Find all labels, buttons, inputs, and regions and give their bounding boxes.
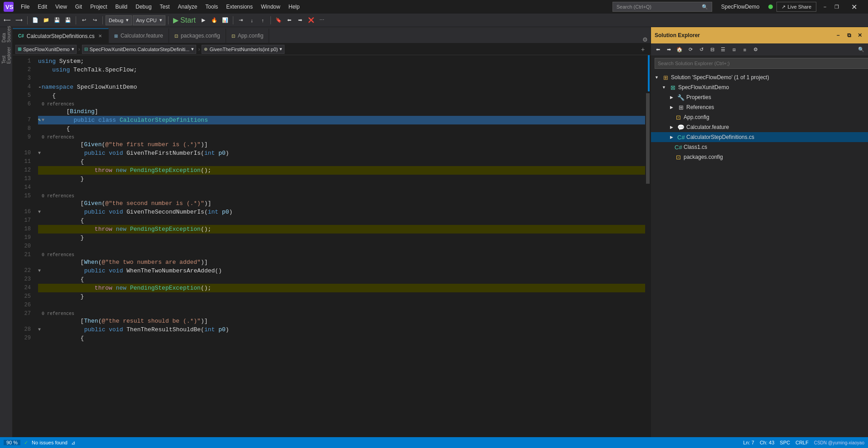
edit-icon-7: ✎ xyxy=(38,116,41,124)
tasks-icon[interactable]: ⊿ xyxy=(71,440,75,446)
collapse-22[interactable]: ▼ xyxy=(38,267,41,275)
bookmark-btn[interactable]: 🔖 xyxy=(274,15,284,25)
back-btn[interactable]: ⟵ xyxy=(2,15,13,25)
menu-analyze[interactable]: Analyze xyxy=(174,3,201,11)
tab-calculator-feature[interactable]: ⊞ Calculator.feature xyxy=(109,29,169,43)
title-bar: VS File Edit View Git Project Build Debu… xyxy=(0,0,868,14)
continue-btn[interactable]: ▶ xyxy=(198,15,208,25)
collapse-28[interactable]: ▼ xyxy=(38,325,41,334)
tree-class1[interactable]: C# Class1.cs xyxy=(651,142,868,152)
line-ending-indicator[interactable]: CRLF xyxy=(796,440,809,445)
se-home-btn[interactable]: 🏠 xyxy=(675,45,685,55)
debug-config-dropdown[interactable]: Debug ▾ xyxy=(106,15,132,25)
profile-btn[interactable]: 📊 xyxy=(220,15,230,25)
menu-view[interactable]: View xyxy=(52,3,71,11)
step-in-btn[interactable]: ↓ xyxy=(247,15,257,25)
hot-reload-btn[interactable]: 🔥 xyxy=(209,15,219,25)
sidebar-data-sources[interactable]: Data Sources xyxy=(1,29,12,40)
method-dropdown[interactable]: ⊕ GivenTheFirstNumberIs(int p0) ▾ xyxy=(202,45,285,54)
title-search-box[interactable]: Search (Ctrl+Q) 🔍 xyxy=(612,2,712,12)
save-all-btn[interactable]: 💾 xyxy=(63,15,73,25)
class-dropdown[interactable]: ⊟ SpecFlowXunitDemo.CalculatorStepDefini… xyxy=(82,45,197,54)
se-back-btn[interactable]: ⬅ xyxy=(653,45,663,55)
menu-debug[interactable]: Debug xyxy=(132,3,155,11)
se-search-btn[interactable]: 🔍 xyxy=(856,45,866,55)
collapse-7[interactable]: ▼ xyxy=(42,116,44,124)
clear-bookmarks-btn[interactable]: ❌ xyxy=(306,15,316,25)
sidebar-test-explorer[interactable]: Test Explorer xyxy=(1,50,12,61)
tree-project[interactable]: ▼ ⊠ SpecFlowXunitDemo xyxy=(651,82,868,92)
se-filter-btn[interactable]: ≡ xyxy=(740,45,750,55)
ln24: 24 xyxy=(13,284,31,292)
undo-btn[interactable]: ↩ xyxy=(79,15,89,25)
tree-properties[interactable]: ▶ 🔧 Properties xyxy=(651,92,868,102)
collapse-16[interactable]: ▼ xyxy=(38,208,41,216)
code-editor[interactable]: 1 2 3 4 5 6 7 8 9 10 11 12 13 14 15 16 1… xyxy=(13,55,651,437)
new-file-btn[interactable]: 📄 xyxy=(30,15,40,25)
menu-help[interactable]: Help xyxy=(285,3,304,11)
more-btn[interactable]: ⋯ xyxy=(317,15,327,25)
tab-calculatorsteps[interactable]: C# CalculatorStepDefinitions.cs ✕ xyxy=(13,29,109,43)
restore-button[interactable]: ❐ xyxy=(832,2,842,12)
status-left: 90 % ✓ No issues found ⊿ xyxy=(4,440,75,446)
tab-close-btn[interactable]: ✕ xyxy=(97,33,103,39)
tree-solution[interactable]: ▼ ⊞ Solution 'SpecFlowDemo' (1 of 1 proj… xyxy=(651,72,868,82)
menu-build[interactable]: Build xyxy=(112,3,131,11)
scrollbar-thumb[interactable] xyxy=(646,93,650,184)
tree-feature[interactable]: ▶ 💬 Calculator.feature xyxy=(651,122,868,132)
menu-window[interactable]: Window xyxy=(257,3,284,11)
menu-test[interactable]: Test xyxy=(156,3,174,11)
menu-file[interactable]: File xyxy=(17,3,33,11)
fwd-btn[interactable]: ⟶ xyxy=(14,15,24,25)
se-sync-btn[interactable]: ⟳ xyxy=(685,45,695,55)
open-btn[interactable]: 📁 xyxy=(41,15,51,25)
add-bc-btn[interactable]: + xyxy=(638,45,648,54)
code-line-26 xyxy=(38,301,645,310)
step-over-btn[interactable]: ⇥ xyxy=(236,15,246,25)
namespace-dropdown[interactable]: ⊞ SpecFlowXunitDemo ▾ xyxy=(15,45,77,54)
collapse-10[interactable]: ▼ xyxy=(38,149,41,157)
tab-packages-config[interactable]: ⊡ packages.config xyxy=(169,29,226,43)
tab-settings-btn[interactable]: ⚙ xyxy=(640,36,651,43)
bookmark-prev-btn[interactable]: ⬅ xyxy=(285,15,294,25)
live-share-button[interactable]: ↗ Live Share xyxy=(776,2,816,12)
bookmark-next-btn[interactable]: ➡ xyxy=(295,15,305,25)
redo-btn[interactable]: ↪ xyxy=(90,15,100,25)
se-props-btn[interactable]: ☰ xyxy=(718,45,728,55)
se-settings-btn[interactable]: ⚙ xyxy=(751,45,761,55)
appconfig-tree-icon: ⊡ xyxy=(675,114,682,121)
se-preview-btn[interactable]: ⧇ xyxy=(729,45,739,55)
tree-packages[interactable]: ⊡ packages.config xyxy=(651,152,868,162)
menu-extensions[interactable]: Extensions xyxy=(222,3,256,11)
se-close-btn[interactable]: ✕ xyxy=(855,31,864,40)
code-line-28: ▼ public void ThenTheResultShouldBe(int … xyxy=(38,325,645,334)
se-search-input[interactable] xyxy=(655,58,868,69)
start-button[interactable]: ▶ Start xyxy=(171,15,198,25)
menu-tools[interactable]: Tools xyxy=(202,3,222,11)
tree-references[interactable]: ▶ ⊞ References xyxy=(651,102,868,112)
zoom-level[interactable]: 90 % xyxy=(4,440,20,445)
code-content[interactable]: using System; using TechTalk.SpecFlow; -… xyxy=(34,55,645,437)
menu-git[interactable]: Git xyxy=(72,3,86,11)
tree-appconfig[interactable]: ⊡ App.config xyxy=(651,112,868,122)
se-fwd-btn[interactable]: ➡ xyxy=(664,45,674,55)
minimize-button[interactable]: − xyxy=(820,2,830,12)
sep1 xyxy=(27,16,28,24)
close-button[interactable]: ✕ xyxy=(844,0,864,14)
se-refresh-btn[interactable]: ↺ xyxy=(696,45,706,55)
code-line-13: } xyxy=(38,175,645,183)
platform-dropdown[interactable]: Any CPU ▾ xyxy=(133,15,165,25)
se-pin-btn[interactable]: − xyxy=(834,31,843,40)
ns-arrow: ▾ xyxy=(72,46,74,52)
online-indicator xyxy=(768,5,773,9)
tab-app-config[interactable]: ⊡ App.config xyxy=(226,29,270,43)
save-btn[interactable]: 💾 xyxy=(52,15,62,25)
se-dock-btn[interactable]: ⧉ xyxy=(844,31,854,40)
se-collapse-btn[interactable]: ⊟ xyxy=(707,45,717,55)
tree-calculatorsteps[interactable]: ▶ C# CalculatorStepDefinitions.cs xyxy=(651,132,868,142)
menu-edit[interactable]: Edit xyxy=(34,3,51,11)
code-line-17: { xyxy=(38,216,645,225)
step-out-btn[interactable]: ↑ xyxy=(258,15,268,25)
menu-project[interactable]: Project xyxy=(87,3,111,11)
editor-scrollbar[interactable] xyxy=(645,55,651,437)
